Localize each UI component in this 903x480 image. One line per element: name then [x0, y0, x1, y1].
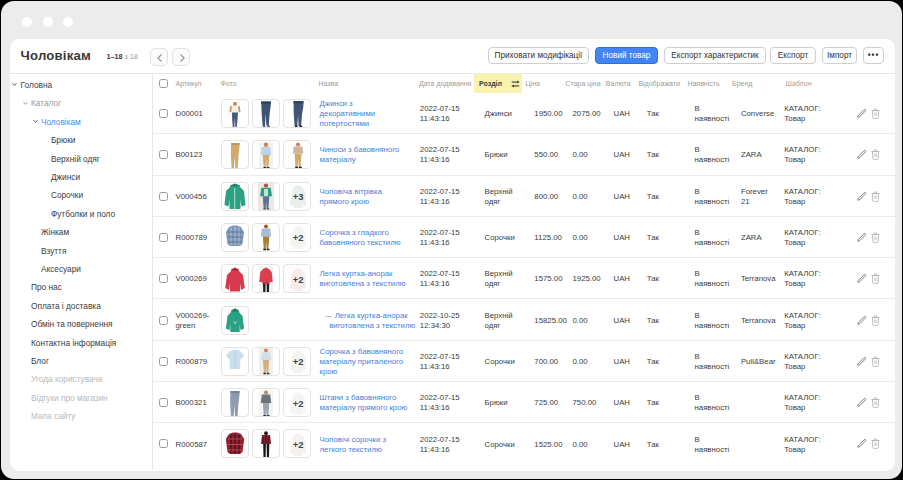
svg-text:+3: +3	[292, 191, 303, 202]
svg-text:+2: +2	[292, 274, 303, 285]
svg-text:+2: +2	[292, 439, 303, 450]
svg-text:+2: +2	[292, 356, 303, 367]
svg-text:+2: +2	[292, 233, 303, 244]
svg-text:+2: +2	[292, 398, 303, 409]
